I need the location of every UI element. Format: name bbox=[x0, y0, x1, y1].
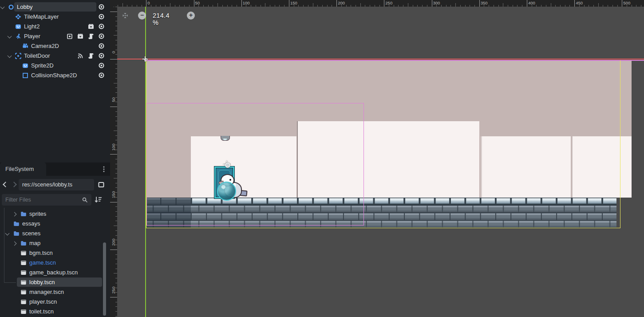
player-icon bbox=[15, 33, 21, 40]
center-view-icon[interactable] bbox=[122, 12, 129, 19]
scene-tree-panel: LobbyTileMapLayerLight2PlayerCamera2DToi… bbox=[0, 0, 110, 162]
file-row-sprites[interactable]: sprites bbox=[0, 209, 110, 219]
expander-down-icon[interactable] bbox=[5, 231, 10, 236]
file-label: toilet.tscn bbox=[29, 308, 54, 315]
sprite-icon bbox=[15, 24, 21, 30]
scene-tree-row-lobby[interactable]: Lobby bbox=[0, 2, 110, 12]
expander-down-icon[interactable] bbox=[8, 34, 12, 39]
scene-icon bbox=[20, 289, 27, 295]
script-icon[interactable] bbox=[88, 33, 94, 40]
file-label: game.tscn bbox=[29, 259, 56, 266]
filesystem-filter-row bbox=[0, 194, 110, 206]
node-label: Player bbox=[24, 33, 40, 40]
expander-right-icon[interactable] bbox=[12, 242, 17, 246]
folder-icon bbox=[20, 240, 27, 246]
node-label: TileMapLayer bbox=[24, 13, 59, 20]
scene-canvas[interactable]: − 214.4 % + bbox=[117, 7, 644, 317]
filesystem-scrollbar[interactable] bbox=[103, 242, 106, 316]
movie-icon[interactable] bbox=[77, 33, 83, 40]
camera-frame-rect bbox=[146, 103, 364, 226]
ruler-h-label: 250 bbox=[385, 0, 392, 5]
scene-icon bbox=[20, 279, 27, 285]
filesystem-file-list: spritesessaysscenesmapbgm.tscngame.tscng… bbox=[0, 208, 110, 317]
folder-icon bbox=[13, 230, 20, 237]
sort-files-icon[interactable] bbox=[94, 196, 103, 205]
ruler-v-label: -50 bbox=[110, 7, 117, 11]
file-row-manager.tscn[interactable]: manager.tscn bbox=[0, 287, 110, 297]
ruler-h-label: 450 bbox=[576, 0, 583, 5]
kebab-menu-icon[interactable] bbox=[100, 166, 107, 173]
filter-files-input[interactable] bbox=[2, 194, 91, 206]
scene-icon bbox=[20, 309, 27, 315]
file-row-scenes[interactable]: scenes bbox=[0, 229, 110, 238]
ruler-h-label: 150 bbox=[290, 0, 297, 5]
file-row-bgm.tscn[interactable]: bgm.tscn bbox=[0, 248, 110, 258]
ruler-h-label: 500 bbox=[623, 0, 630, 5]
visibility-eye-icon[interactable] bbox=[98, 52, 105, 59]
scene-icon bbox=[20, 299, 27, 305]
file-row-game.tscn[interactable]: game.tscn bbox=[0, 258, 110, 268]
tilemap-icon bbox=[15, 14, 21, 20]
godot-editor-window: LobbyTileMapLayerLight2PlayerCamera2DToi… bbox=[0, 0, 644, 317]
tab-filesystem[interactable]: FileSystem bbox=[0, 162, 46, 176]
file-label: bgm.tscn bbox=[29, 250, 53, 256]
ruler-h-label: 0 bbox=[147, 0, 150, 5]
ruler-h-label: 100 bbox=[243, 0, 250, 5]
ruler-v-label: 100 bbox=[110, 141, 117, 153]
visibility-eye-icon[interactable] bbox=[98, 23, 105, 30]
forward-icon[interactable] bbox=[11, 182, 17, 187]
sprite-icon bbox=[22, 63, 28, 69]
file-row-essays[interactable]: essays bbox=[0, 219, 110, 229]
expander-down-icon[interactable] bbox=[8, 54, 12, 58]
scene-tree-row-sprite2d[interactable]: Sprite2D bbox=[0, 61, 110, 71]
visibility-eye-icon[interactable] bbox=[98, 72, 105, 79]
ruler-v-label: 50 bbox=[110, 93, 117, 106]
search-icon bbox=[82, 197, 88, 203]
signal-icon[interactable] bbox=[77, 53, 83, 59]
zoom-in-button[interactable]: + bbox=[187, 12, 195, 20]
visibility-eye-icon[interactable] bbox=[98, 43, 105, 49]
expander-down-icon[interactable] bbox=[0, 5, 5, 9]
zoom-out-button[interactable]: − bbox=[138, 12, 146, 20]
ruler-v-label: 0 bbox=[110, 46, 117, 58]
visibility-eye-icon[interactable] bbox=[98, 4, 105, 10]
script-icon[interactable] bbox=[88, 53, 94, 59]
file-label: game_backup.tscn bbox=[29, 269, 78, 276]
visibility-eye-icon[interactable] bbox=[98, 62, 105, 69]
scene-tree-row-toiletdoor[interactable]: ToiletDoor bbox=[0, 51, 110, 61]
file-row-map[interactable]: map bbox=[0, 238, 110, 248]
file-row-toilet.tscn[interactable]: toilet.tscn bbox=[0, 307, 110, 317]
ruler-v-label: 200 bbox=[110, 236, 117, 249]
scene-tree-row-camera2d[interactable]: Camera2D bbox=[0, 41, 110, 51]
file-row-lobby.tscn[interactable]: lobby.tscn bbox=[0, 277, 110, 287]
node-label: Sprite2D bbox=[31, 62, 54, 69]
scene-icon bbox=[20, 260, 27, 266]
node-label: Lobby bbox=[17, 4, 32, 10]
split-view-icon[interactable] bbox=[96, 179, 107, 190]
dot-square-icon[interactable] bbox=[67, 33, 73, 40]
filesystem-toolbar bbox=[0, 178, 110, 191]
node-label: CollisionShape2D bbox=[31, 72, 77, 79]
file-label: lobby.tscn bbox=[29, 279, 55, 285]
expander-right-icon[interactable] bbox=[12, 212, 17, 217]
scene-tree-row-tilemaplayer[interactable]: TileMapLayer bbox=[0, 12, 110, 22]
horizontal-ruler: 050100150200250300350400450500 bbox=[117, 0, 644, 7]
node-label: ToiletDoor bbox=[24, 52, 50, 59]
scene-icon bbox=[20, 269, 27, 276]
ruler-h-label: 50 bbox=[195, 0, 200, 5]
file-row-game_backup.tscn[interactable]: game_backup.tscn bbox=[0, 268, 110, 277]
back-icon[interactable] bbox=[3, 182, 8, 187]
zoom-percentage[interactable]: 214.4 % bbox=[153, 12, 170, 26]
movie-icon[interactable] bbox=[88, 24, 94, 30]
visibility-eye-icon[interactable] bbox=[98, 13, 105, 20]
path-input[interactable] bbox=[19, 179, 94, 190]
move-crosshair-gizmo[interactable] bbox=[223, 161, 230, 168]
scene-tree-row-collisionshape2d[interactable]: CollisionShape2D bbox=[0, 71, 110, 80]
scene-tree-row-light2[interactable]: Light2 bbox=[0, 22, 110, 32]
visibility-eye-icon[interactable] bbox=[98, 33, 105, 40]
file-label: player.tscn bbox=[29, 298, 57, 305]
file-row-player.tscn[interactable]: player.tscn bbox=[0, 297, 110, 307]
folder-icon bbox=[20, 211, 27, 217]
origin-crosshair-gizmo bbox=[142, 56, 148, 62]
scene-tree-row-player[interactable]: Player bbox=[0, 32, 110, 41]
